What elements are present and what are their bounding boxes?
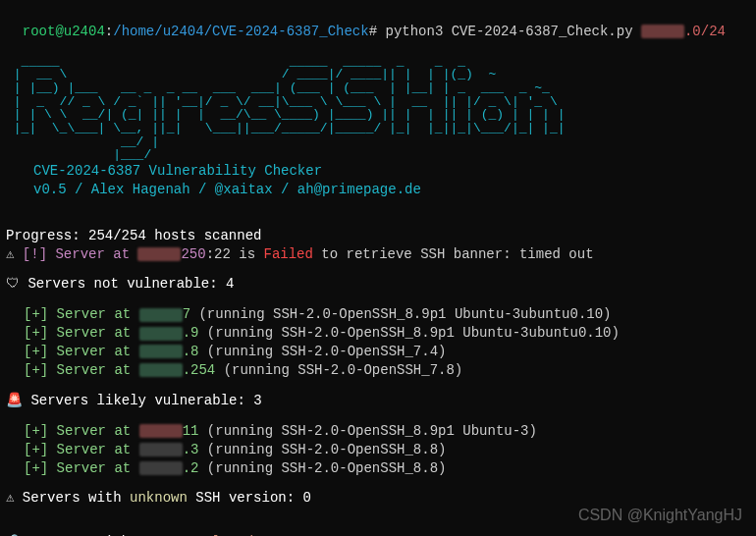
prompt-path: /home/u2404/CVE-2024-6387_Check xyxy=(113,24,368,39)
redacted-ip xyxy=(139,424,183,438)
list-item: [+] Server at .9 (running SSH-2.0-OpenSS… xyxy=(6,324,750,343)
redacted-ip xyxy=(139,345,183,358)
progress-value: 254/254 hosts scanned xyxy=(88,228,261,243)
prompt-hash: # xyxy=(369,24,377,39)
prompt-user-host: root@u2404 xyxy=(23,24,105,39)
failed-server-line: ⚠ [!] Server at 250:22 is Failed to retr… xyxy=(6,245,750,264)
list-item: [+] Server at 7 (running SSH-2.0-OpenSSH… xyxy=(6,305,750,324)
redacted-ip xyxy=(137,247,181,261)
list-item: [+] Server at .3 (running SSH-2.0-OpenSS… xyxy=(6,441,750,459)
list-item: [+] Server at .254 (running SSH-2.0-Open… xyxy=(6,361,750,380)
redacted-ip xyxy=(139,443,183,456)
shield-icon: 🛡 xyxy=(6,276,20,292)
alert-icon: 🚨 xyxy=(6,393,23,408)
list-item: [+] Server at .2 (running SSH-2.0-OpenSS… xyxy=(6,459,750,478)
terminal-prompt-line: root@u2404:/home/u2404/CVE-2024-6387_Che… xyxy=(6,4,750,41)
watermark: CSDN @KnightYangHJ xyxy=(578,505,742,526)
command-text: python3 CVE-2024-6387_Check.py xyxy=(386,24,641,39)
not-vuln-label: Servers not vulnerable: xyxy=(27,276,226,292)
redacted-ip xyxy=(139,308,183,322)
progress-line: Progress: 254/254 hosts scanned xyxy=(6,227,750,245)
failed-ip-last: 250 xyxy=(181,246,205,262)
tool-title: CVE-2024-6387 Vulnerability Checker xyxy=(33,162,750,181)
tool-version-author: v0.5 / Alex Hagenah / @xaitax / ah@prime… xyxy=(33,181,750,199)
failed-suffix: to retrieve SSH banner: timed out xyxy=(313,246,594,262)
redacted-ip xyxy=(139,461,183,475)
list-item: [+] Server at .8 (running SSH-2.0-OpenSS… xyxy=(6,343,750,361)
list-item: [+] Server at 11 (running SSH-2.0-OpenSS… xyxy=(6,422,750,441)
failed-status: Failed xyxy=(264,246,313,262)
target-suffix: .0/24 xyxy=(684,24,726,39)
vuln-label: Servers likely vulnerable: xyxy=(30,393,253,408)
failed-prefix: [!] Server at xyxy=(23,246,138,262)
redacted-ip xyxy=(139,327,183,341)
vuln-count: 3 xyxy=(253,393,261,408)
section-vulnerable: 🚨 Servers likely vulnerable: 3 [+] Serve… xyxy=(6,392,750,478)
redacted-ip xyxy=(139,363,183,377)
warn-icon: ⚠ xyxy=(6,490,14,506)
progress-label: Progress: xyxy=(6,228,88,243)
warn-icon: ⚠ xyxy=(6,246,14,262)
section-not-vulnerable: 🛡 Servers not vulnerable: 4 [+] Server a… xyxy=(6,275,750,379)
not-vuln-count: 4 xyxy=(226,276,234,292)
unknown-count: 0 xyxy=(303,490,311,506)
ascii-banner: _____ _____ _____ _ _ _ | __ \ / ____|/ … xyxy=(6,55,750,162)
failed-port: :22 is xyxy=(206,246,264,262)
redacted-ip xyxy=(641,25,684,38)
